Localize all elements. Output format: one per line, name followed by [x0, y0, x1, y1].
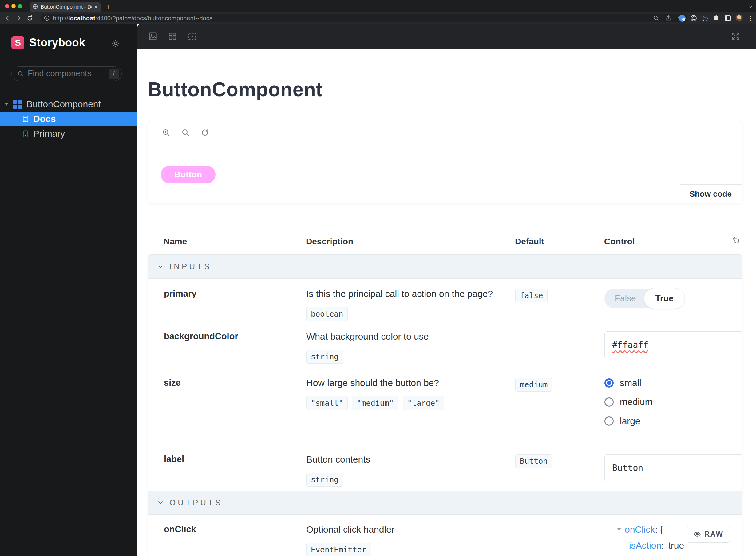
storybook-app: S Storybook / ButtonComponent [0, 24, 756, 556]
sidebar-item-buttoncomponent[interactable]: ButtonComponent [0, 97, 137, 111]
arg-name: backgroundColor [164, 321, 306, 368]
gear-icon[interactable] [111, 39, 120, 48]
args-table: Name Description Default Control [147, 232, 743, 556]
grid-toggle-icon[interactable] [163, 31, 182, 41]
default-badge: Button [515, 454, 552, 468]
screen: ButtonComponent - Docs · St × + ⌄ http:/… [0, 0, 756, 556]
url-rest: :4400/?path=/docs/buttoncomponent--docs [95, 15, 212, 22]
tree-docs-label: Docs [33, 114, 56, 124]
arg-description: Is this the principal call to action on … [306, 289, 515, 299]
col-header-name: Name [164, 232, 306, 254]
minimize-window-button[interactable] [11, 4, 16, 8]
close-window-button[interactable] [5, 4, 9, 8]
brand-title[interactable]: Storybook [29, 36, 85, 49]
args-table-header: Name Description Default Control [147, 232, 743, 254]
col-header-description: Description [306, 232, 515, 254]
browser-tab[interactable]: ButtonComponent - Docs · St × [30, 2, 101, 12]
extensions-puzzle-icon[interactable] [713, 14, 720, 22]
arg-row-size: size How large should the button be? "sm… [148, 368, 742, 444]
default-badge: false [515, 289, 548, 303]
expander-caret-icon[interactable] [4, 103, 9, 106]
story-preview-card: Button Show code [147, 121, 743, 204]
section-outputs[interactable]: OUTPUTS [148, 490, 742, 515]
demo-button[interactable]: Button [161, 166, 215, 183]
label-text-input[interactable]: Button [605, 454, 743, 481]
type-badge: string [306, 473, 343, 487]
zoom-window-button[interactable] [18, 4, 22, 8]
side-panel-icon[interactable] [725, 15, 731, 21]
docs-page: ButtonComponent [137, 48, 756, 556]
url-host: localhost [68, 15, 95, 22]
radio-option-large[interactable]: large [605, 416, 730, 426]
type-option-badge: "small" [306, 396, 348, 410]
arg-row-backgroundcolor: backgroundColor What background color to… [148, 321, 742, 368]
backgroundcolor-text-input[interactable]: #ffaaff [605, 331, 743, 358]
tabstrip-chevron-icon[interactable]: ⌄ [748, 2, 753, 9]
fullscreen-icon[interactable] [726, 31, 746, 41]
tree-collapse-caret-icon[interactable] [617, 528, 621, 531]
reset-controls-icon[interactable] [731, 236, 741, 246]
arg-description: How large should the button be? [306, 378, 515, 388]
component-tree: ButtonComponent Docs Primary [0, 97, 137, 141]
bookmark-icon [22, 130, 30, 138]
new-tab-button[interactable]: + [106, 2, 110, 11]
browser-menu-icon[interactable]: ⋮ [747, 14, 754, 22]
toggle-false-option[interactable]: False [605, 293, 644, 303]
zoom-reset-icon[interactable] [195, 128, 215, 137]
arg-description: Button contents [306, 454, 515, 465]
measure-outline-icon[interactable] [182, 31, 202, 41]
show-code-button[interactable]: Show code [679, 184, 743, 204]
radio-icon[interactable] [605, 397, 614, 407]
component-grid-icon [13, 100, 22, 109]
reload-icon[interactable] [27, 15, 33, 22]
sidebar-item-primary[interactable]: Primary [0, 126, 137, 141]
type-badge: boolean [306, 307, 348, 321]
search-input[interactable] [28, 69, 98, 78]
type-option-badge: "large" [403, 396, 444, 410]
arg-row-primary: primary Is this the principal call to ac… [148, 279, 742, 321]
password-extension-icon[interactable] [679, 15, 686, 22]
section-inputs[interactable]: INPUTS [148, 255, 742, 279]
url-bar[interactable]: http://localhost:4400/?path=/docs/button… [41, 14, 687, 23]
storybook-logo[interactable]: S [11, 36, 24, 49]
col-header-default: Default [515, 232, 604, 254]
arg-name: primary [164, 279, 306, 321]
raw-toggle-button[interactable]: RAW [687, 526, 730, 543]
radio-option-medium[interactable]: medium [605, 397, 730, 407]
sidebar-item-docs[interactable]: Docs [0, 111, 137, 126]
back-icon[interactable] [4, 15, 11, 22]
tab-title: ButtonComponent - Docs · St [41, 4, 92, 10]
profile-avatar[interactable] [735, 14, 743, 22]
toggle-true-option[interactable]: True [644, 288, 685, 309]
forward-icon[interactable] [15, 15, 22, 22]
browser-toolbar: http://localhost:4400/?path=/docs/button… [0, 12, 756, 24]
col-header-control: Control [604, 232, 724, 254]
canvas-toolbar [137, 24, 756, 48]
share-icon[interactable] [665, 15, 672, 22]
radio-selected-icon[interactable] [605, 378, 614, 388]
search-icon [17, 70, 24, 77]
zoom-page-icon[interactable] [653, 15, 659, 22]
radio-icon[interactable] [605, 416, 614, 426]
sidebar: S Storybook / ButtonComponent [0, 24, 137, 556]
tab-strip: ButtonComponent - Docs · St × + ⌄ [0, 0, 756, 12]
boolean-toggle[interactable]: False True [605, 289, 684, 308]
preview-toolbar [148, 121, 742, 144]
search-box[interactable]: / [11, 66, 122, 81]
chevron-down-icon [157, 499, 164, 506]
arg-description: Optional click handler [306, 524, 515, 535]
zoom-in-icon[interactable] [157, 128, 176, 137]
background-image-icon[interactable] [143, 31, 163, 41]
arg-name: label [164, 445, 306, 490]
target-extension-icon[interactable] [690, 15, 697, 21]
site-info-icon[interactable] [44, 15, 50, 21]
type-badge: string [306, 350, 343, 363]
default-badge: medium [515, 378, 552, 391]
tab-close-icon[interactable]: × [94, 4, 98, 10]
zoom-out-icon[interactable] [176, 128, 195, 137]
braces-extension-icon[interactable]: {≡} [701, 14, 709, 22]
chevron-down-icon [157, 264, 164, 270]
url-text: http://localhost:4400/?path=/docs/button… [53, 15, 212, 22]
radio-option-small[interactable]: small [605, 378, 730, 388]
window-controls[interactable] [5, 4, 22, 8]
